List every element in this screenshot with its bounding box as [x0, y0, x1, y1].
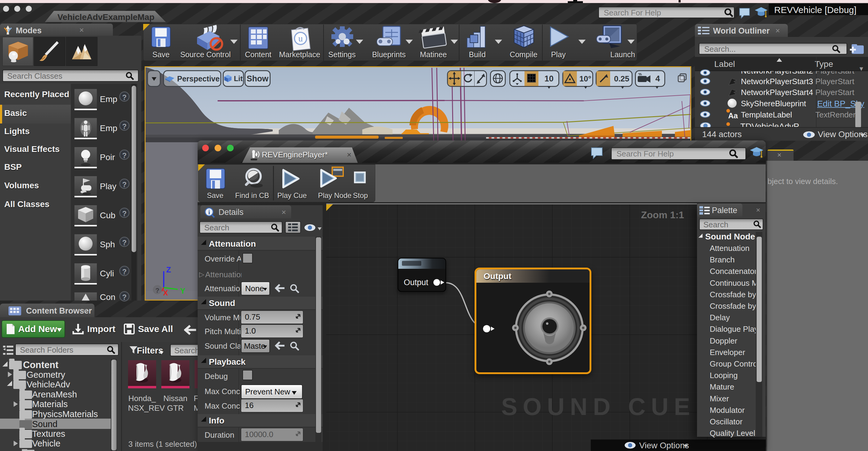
svg-text:X: X [163, 289, 168, 296]
svg-text:Z: Z [166, 266, 171, 274]
svg-text:u: u [299, 33, 303, 43]
svg-text:i: i [208, 209, 210, 215]
svg-text:Y: Y [180, 286, 185, 295]
